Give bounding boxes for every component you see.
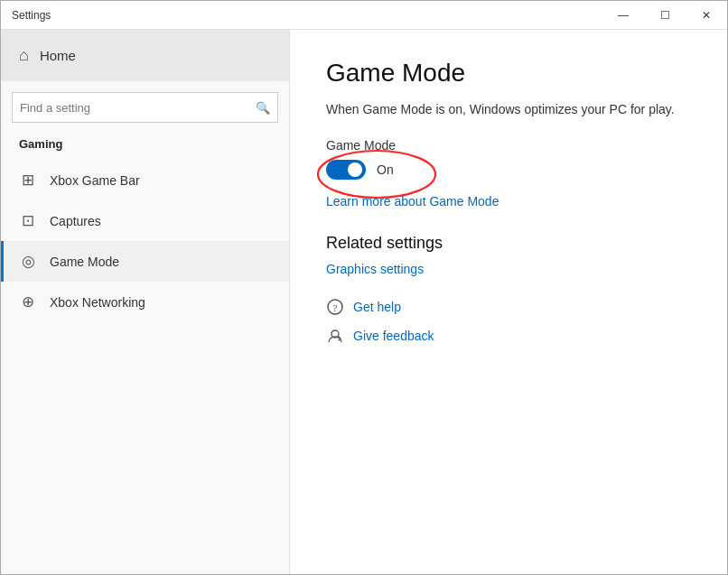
sidebar: ⌂ Home 🔍 Gaming ⊞ Xbox Game Bar ⊡ Captur…: [1, 30, 290, 574]
page-title: Game Mode: [326, 59, 691, 88]
related-settings-title: Related settings: [326, 234, 691, 253]
maximize-button[interactable]: ☐: [644, 1, 686, 30]
sidebar-item-captures[interactable]: ⊡ Captures: [1, 200, 289, 241]
toggle-row: On: [326, 160, 691, 180]
sidebar-section-title: Gaming: [1, 134, 289, 160]
sidebar-item-home[interactable]: ⌂ Home: [1, 30, 289, 81]
sidebar-item-game-mode[interactable]: ◎ Game Mode: [1, 241, 289, 282]
give-feedback-icon: [326, 327, 344, 345]
description: When Game Mode is on, Windows optimizes …: [326, 102, 691, 116]
sidebar-item-xbox-networking[interactable]: ⊕ Xbox Networking: [1, 282, 289, 322]
sidebar-item-label: Xbox Networking: [50, 295, 145, 310]
window-controls: — ☐ ✕: [602, 1, 727, 30]
home-label: Home: [40, 48, 76, 63]
sidebar-item-label: Game Mode: [50, 255, 119, 269]
give-feedback-row[interactable]: Give feedback: [326, 327, 691, 345]
window-title: Settings: [12, 9, 51, 22]
settings-window: Settings — ☐ ✕ ⌂ Home 🔍 Gaming ⊞: [0, 0, 728, 575]
get-help-icon: ?: [326, 298, 344, 316]
toggle-label: Game Mode: [326, 138, 691, 153]
search-icon: 🔍: [256, 101, 270, 115]
get-help-row[interactable]: ? Get help: [326, 298, 691, 316]
sidebar-item-label: Captures: [50, 214, 101, 228]
xbox-game-bar-icon: ⊞: [19, 171, 37, 190]
close-button[interactable]: ✕: [686, 1, 727, 30]
minimize-button[interactable]: —: [602, 1, 644, 30]
learn-more-link[interactable]: Learn more about Game Mode: [326, 194, 691, 209]
titlebar: Settings — ☐ ✕: [1, 1, 727, 30]
svg-text:?: ?: [333, 302, 338, 313]
captures-icon: ⊡: [19, 211, 37, 230]
search-input[interactable]: [20, 101, 256, 115]
game-mode-icon: ◎: [19, 252, 37, 271]
sidebar-item-label: Xbox Game Bar: [50, 173, 140, 188]
give-feedback-link[interactable]: Give feedback: [353, 329, 434, 343]
get-help-link[interactable]: Get help: [353, 300, 401, 314]
toggle-state: On: [377, 162, 394, 177]
related-settings-section: Related settings Graphics settings: [326, 234, 691, 276]
search-bar[interactable]: 🔍: [12, 92, 278, 123]
xbox-networking-icon: ⊕: [19, 292, 37, 311]
graphics-settings-link[interactable]: Graphics settings: [326, 262, 691, 276]
main-panel: Game Mode When Game Mode is on, Windows …: [290, 30, 727, 574]
content-area: ⌂ Home 🔍 Gaming ⊞ Xbox Game Bar ⊡ Captur…: [1, 30, 727, 574]
sidebar-item-xbox-game-bar[interactable]: ⊞ Xbox Game Bar: [1, 160, 289, 200]
game-mode-toggle[interactable]: [326, 160, 366, 180]
toggle-section: Game Mode On: [326, 138, 691, 180]
home-icon: ⌂: [19, 46, 29, 65]
